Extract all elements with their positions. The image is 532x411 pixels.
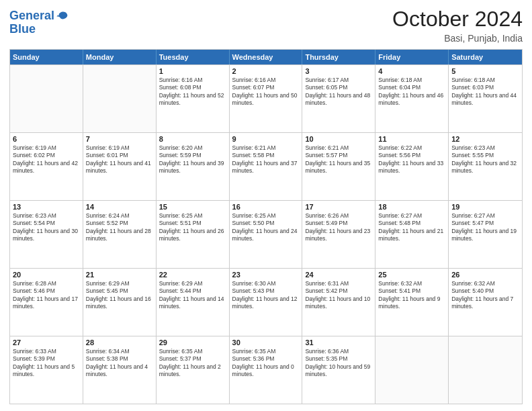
cell-info: Sunrise: 6:34 AM Sunset: 5:38 PM Dayligh…: [86, 348, 153, 379]
cal-cell-3-1: 21Sunrise: 6:29 AM Sunset: 5:45 PM Dayli…: [83, 269, 157, 336]
cal-cell-0-4: 3Sunrise: 6:17 AM Sunset: 6:05 PM Daylig…: [302, 65, 375, 132]
cell-info: Sunrise: 6:31 AM Sunset: 5:42 PM Dayligh…: [305, 280, 372, 311]
cal-cell-3-4: 24Sunrise: 6:31 AM Sunset: 5:42 PM Dayli…: [302, 269, 375, 336]
day-number: 29: [159, 338, 226, 347]
cell-info: Sunrise: 6:28 AM Sunset: 5:46 PM Dayligh…: [13, 280, 80, 311]
day-number: 12: [451, 135, 519, 143]
day-number: 1: [159, 67, 226, 75]
weekday-friday: Friday: [375, 50, 449, 64]
cal-cell-4-0: 27Sunrise: 6:33 AM Sunset: 5:39 PM Dayli…: [10, 336, 83, 404]
day-number: 18: [378, 203, 445, 211]
day-number: 17: [305, 203, 372, 211]
cell-info: Sunrise: 6:26 AM Sunset: 5:49 PM Dayligh…: [305, 212, 372, 243]
cal-cell-2-5: 18Sunrise: 6:27 AM Sunset: 5:48 PM Dayli…: [375, 201, 449, 268]
cell-info: Sunrise: 6:18 AM Sunset: 6:03 PM Dayligh…: [451, 77, 519, 107]
cal-cell-4-2: 29Sunrise: 6:35 AM Sunset: 5:37 PM Dayli…: [157, 336, 230, 404]
weekday-thursday: Thursday: [302, 50, 375, 64]
day-number: 25: [378, 271, 445, 279]
cell-info: Sunrise: 6:29 AM Sunset: 5:44 PM Dayligh…: [159, 280, 226, 311]
day-number: 9: [232, 135, 300, 143]
cell-info: Sunrise: 6:17 AM Sunset: 6:05 PM Dayligh…: [305, 77, 372, 107]
cell-info: Sunrise: 6:16 AM Sunset: 6:07 PM Dayligh…: [232, 77, 300, 107]
cell-info: Sunrise: 6:33 AM Sunset: 5:39 PM Dayligh…: [13, 348, 80, 379]
day-number: 28: [86, 338, 153, 347]
cell-info: Sunrise: 6:19 AM Sunset: 6:01 PM Dayligh…: [86, 144, 153, 175]
cell-info: Sunrise: 6:25 AM Sunset: 5:50 PM Dayligh…: [232, 212, 300, 243]
day-number: 3: [305, 67, 372, 75]
cal-cell-4-4: 31Sunrise: 6:36 AM Sunset: 5:35 PM Dayli…: [302, 336, 375, 404]
month-title: October 2024: [392, 7, 523, 32]
weekday-wednesday: Wednesday: [230, 50, 303, 64]
cell-info: Sunrise: 6:22 AM Sunset: 5:56 PM Dayligh…: [378, 144, 445, 175]
cell-info: Sunrise: 6:23 AM Sunset: 5:55 PM Dayligh…: [451, 144, 519, 175]
cal-cell-4-1: 28Sunrise: 6:34 AM Sunset: 5:38 PM Dayli…: [83, 336, 157, 404]
cal-cell-0-6: 5Sunrise: 6:18 AM Sunset: 6:03 PM Daylig…: [449, 65, 522, 132]
day-number: 31: [305, 338, 372, 347]
day-number: 13: [13, 203, 80, 211]
cal-row-4: 27Sunrise: 6:33 AM Sunset: 5:39 PM Dayli…: [10, 336, 522, 404]
cell-info: Sunrise: 6:24 AM Sunset: 5:52 PM Dayligh…: [86, 212, 153, 243]
cal-row-0: 1Sunrise: 6:16 AM Sunset: 6:08 PM Daylig…: [10, 64, 522, 132]
cal-row-3: 20Sunrise: 6:28 AM Sunset: 5:46 PM Dayli…: [10, 268, 522, 336]
calendar-header: Sunday Monday Tuesday Wednesday Thursday…: [10, 50, 522, 64]
day-number: 16: [232, 203, 300, 211]
logo: General Blue: [9, 9, 69, 36]
day-number: 27: [13, 338, 80, 347]
day-number: 19: [451, 203, 519, 211]
cal-cell-4-3: 30Sunrise: 6:35 AM Sunset: 5:36 PM Dayli…: [230, 336, 303, 404]
cal-cell-1-6: 12Sunrise: 6:23 AM Sunset: 5:55 PM Dayli…: [449, 133, 522, 200]
cal-cell-3-3: 23Sunrise: 6:30 AM Sunset: 5:43 PM Dayli…: [230, 269, 303, 336]
day-number: 5: [451, 67, 519, 75]
cell-info: Sunrise: 6:19 AM Sunset: 6:02 PM Dayligh…: [13, 144, 80, 175]
day-number: 22: [159, 271, 226, 279]
cell-info: Sunrise: 6:32 AM Sunset: 5:40 PM Dayligh…: [451, 280, 519, 311]
cell-info: Sunrise: 6:35 AM Sunset: 5:36 PM Dayligh…: [232, 348, 300, 379]
cell-info: Sunrise: 6:21 AM Sunset: 5:58 PM Dayligh…: [232, 144, 300, 175]
cal-cell-0-1: [83, 65, 157, 132]
day-number: 21: [86, 271, 153, 279]
day-number: 30: [232, 338, 300, 347]
cal-cell-2-0: 13Sunrise: 6:23 AM Sunset: 5:54 PM Dayli…: [10, 201, 83, 268]
cal-cell-0-0: [10, 65, 83, 132]
day-number: 15: [159, 203, 226, 211]
page: General Blue October 2024 Basi, Punjab, …: [0, 0, 532, 411]
day-number: 14: [86, 203, 153, 211]
weekday-monday: Monday: [83, 50, 157, 64]
day-number: 26: [451, 271, 519, 279]
day-number: 23: [232, 271, 300, 279]
weekday-sunday: Sunday: [10, 50, 83, 64]
day-number: 20: [13, 271, 80, 279]
cal-cell-3-5: 25Sunrise: 6:32 AM Sunset: 5:41 PM Dayli…: [375, 269, 449, 336]
location-title: Basi, Punjab, India: [392, 33, 523, 44]
cell-info: Sunrise: 6:27 AM Sunset: 5:47 PM Dayligh…: [451, 212, 519, 243]
cal-cell-0-5: 4Sunrise: 6:18 AM Sunset: 6:04 PM Daylig…: [375, 65, 449, 132]
day-number: 4: [378, 67, 445, 75]
cal-cell-1-1: 7Sunrise: 6:19 AM Sunset: 6:01 PM Daylig…: [83, 133, 157, 200]
day-number: 11: [378, 135, 445, 143]
cal-cell-0-3: 2Sunrise: 6:16 AM Sunset: 6:07 PM Daylig…: [230, 65, 303, 132]
cell-info: Sunrise: 6:21 AM Sunset: 5:57 PM Dayligh…: [305, 144, 372, 175]
cal-cell-2-2: 15Sunrise: 6:25 AM Sunset: 5:51 PM Dayli…: [157, 201, 230, 268]
cal-cell-4-6: [449, 336, 522, 404]
day-number: 8: [159, 135, 226, 143]
title-block: October 2024 Basi, Punjab, India: [392, 7, 523, 44]
cal-cell-0-2: 1Sunrise: 6:16 AM Sunset: 6:08 PM Daylig…: [157, 65, 230, 132]
cell-info: Sunrise: 6:32 AM Sunset: 5:41 PM Dayligh…: [378, 280, 445, 311]
cal-row-2: 13Sunrise: 6:23 AM Sunset: 5:54 PM Dayli…: [10, 200, 522, 268]
calendar-body: 1Sunrise: 6:16 AM Sunset: 6:08 PM Daylig…: [10, 64, 522, 404]
cal-cell-3-2: 22Sunrise: 6:29 AM Sunset: 5:44 PM Dayli…: [157, 269, 230, 336]
weekday-saturday: Saturday: [449, 50, 522, 64]
cell-info: Sunrise: 6:25 AM Sunset: 5:51 PM Dayligh…: [159, 212, 226, 243]
cal-cell-1-4: 10Sunrise: 6:21 AM Sunset: 5:57 PM Dayli…: [302, 133, 375, 200]
cal-row-1: 6Sunrise: 6:19 AM Sunset: 6:02 PM Daylig…: [10, 132, 522, 200]
logo-text: General: [9, 9, 54, 23]
logo-bird-icon: [56, 9, 69, 23]
cell-info: Sunrise: 6:29 AM Sunset: 5:45 PM Dayligh…: [86, 280, 153, 311]
cell-info: Sunrise: 6:20 AM Sunset: 5:59 PM Dayligh…: [159, 144, 226, 175]
day-number: 6: [13, 135, 80, 143]
cal-cell-1-0: 6Sunrise: 6:19 AM Sunset: 6:02 PM Daylig…: [10, 133, 83, 200]
cell-info: Sunrise: 6:27 AM Sunset: 5:48 PM Dayligh…: [378, 212, 445, 243]
cal-cell-1-3: 9Sunrise: 6:21 AM Sunset: 5:58 PM Daylig…: [230, 133, 303, 200]
cal-cell-2-3: 16Sunrise: 6:25 AM Sunset: 5:50 PM Dayli…: [230, 201, 303, 268]
cal-cell-1-5: 11Sunrise: 6:22 AM Sunset: 5:56 PM Dayli…: [375, 133, 449, 200]
